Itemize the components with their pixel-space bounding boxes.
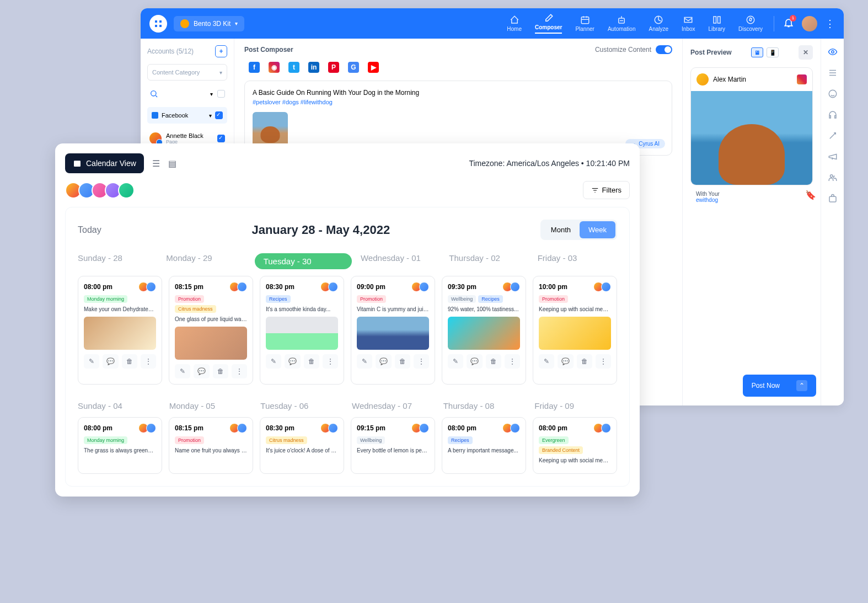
edit-icon[interactable]: ✎ — [266, 354, 281, 369]
linkedin-icon[interactable]: in — [308, 62, 319, 73]
week-button[interactable]: Week — [580, 221, 615, 238]
more-icon[interactable]: ⋮ — [323, 354, 338, 369]
more-icon[interactable]: ⋮ — [141, 354, 156, 369]
announcement-icon[interactable] — [827, 151, 838, 162]
team-avatars[interactable] — [65, 182, 135, 199]
comment-icon[interactable]: 💬 — [467, 354, 482, 369]
nav-composer[interactable]: Composer — [535, 13, 562, 34]
mobile-view-icon[interactable]: 📱 — [767, 47, 779, 57]
comment-icon[interactable]: 💬 — [376, 354, 391, 369]
delete-icon[interactable]: 🗑 — [122, 354, 137, 369]
delete-icon[interactable]: 🗑 — [486, 354, 501, 369]
nav-analyze[interactable]: Analyze — [649, 15, 668, 32]
instagram-icon[interactable]: ◉ — [269, 62, 280, 73]
notifications-button[interactable]: 1 — [783, 17, 794, 30]
day-header[interactable]: Sunday - 28 — [78, 253, 157, 269]
day-header[interactable]: Sunday - 04 — [78, 401, 160, 410]
edit-icon[interactable]: ✎ — [175, 364, 190, 378]
more-icon[interactable]: ⋮ — [232, 364, 247, 378]
user-avatar[interactable] — [802, 16, 817, 31]
day-header[interactable]: Thursday - 08 — [443, 401, 526, 410]
package-icon[interactable] — [827, 193, 838, 204]
edit-icon[interactable]: ✎ — [84, 354, 99, 369]
chevron-down-icon[interactable]: ▾ — [210, 91, 213, 97]
logo-icon[interactable] — [149, 15, 167, 33]
checkbox[interactable] — [217, 135, 225, 142]
emoji-icon[interactable] — [827, 88, 838, 99]
post-card[interactable]: 08:00 pmMonday morningThe grass is alway… — [78, 417, 162, 474]
list-icon[interactable] — [827, 67, 838, 78]
desktop-view-icon[interactable]: 🖥 — [751, 47, 763, 57]
more-menu-icon[interactable]: ⋮ — [825, 18, 835, 30]
day-header[interactable]: Monday - 05 — [169, 401, 252, 410]
post-card[interactable]: 08:30 pmCitrus madnessIt's juice o'clock… — [260, 417, 344, 474]
delete-icon[interactable]: 🗑 — [213, 364, 228, 378]
chevron-up-icon[interactable]: ⌃ — [796, 380, 807, 391]
customize-toggle[interactable] — [656, 45, 672, 54]
checkbox[interactable] — [217, 90, 225, 98]
more-icon[interactable]: ⋮ — [414, 354, 429, 369]
edit-icon[interactable]: ✎ — [539, 354, 554, 369]
headphones-icon[interactable] — [827, 109, 838, 120]
day-header[interactable]: Monday - 29 — [166, 253, 245, 269]
post-now-button[interactable]: Post Now ⌃ — [743, 375, 816, 397]
post-card[interactable]: 09:30 pmWellbeingRecipes92% water, 100% … — [442, 276, 526, 385]
checkbox[interactable] — [215, 111, 223, 119]
day-header[interactable]: Tuesday - 06 — [260, 401, 343, 410]
search-icon[interactable] — [149, 89, 158, 98]
post-card[interactable]: 08:15 pmPromotionName one fruit you alwa… — [169, 417, 253, 474]
google-icon[interactable]: G — [348, 62, 359, 73]
month-button[interactable]: Month — [542, 221, 580, 238]
post-card[interactable]: 09:15 pmWellbeingEvery bottle of lemon i… — [351, 417, 435, 474]
comment-icon[interactable]: 💬 — [103, 354, 118, 369]
calendar-view-button[interactable]: Calendar View — [65, 153, 144, 173]
today-label[interactable]: Today — [78, 225, 101, 235]
post-card[interactable]: 08:15 pmPromotionCitrus madnessOne glass… — [169, 276, 253, 385]
post-card[interactable]: 10:00 pmPromotionKeeping up with social … — [533, 276, 617, 385]
post-card[interactable]: 09:00 pmPromotionVitamin C is yummy and … — [351, 276, 435, 385]
kit-selector[interactable]: Bento 3D Kit ▾ — [174, 16, 244, 31]
magic-icon[interactable] — [827, 130, 838, 141]
delete-icon[interactable]: 🗑 — [304, 354, 319, 369]
pinterest-icon[interactable]: P — [328, 62, 339, 73]
youtube-icon[interactable]: ▶ — [368, 62, 379, 73]
bookmark-icon[interactable]: 🔖 — [805, 190, 816, 200]
more-icon[interactable]: ⋮ — [596, 354, 611, 369]
delete-icon[interactable]: 🗑 — [395, 354, 410, 369]
day-header[interactable]: Tuesday - 30 — [255, 253, 352, 269]
facebook-icon[interactable]: f — [249, 62, 260, 73]
post-card[interactable]: 08:00 pmMonday morningMake your own Dehy… — [78, 276, 162, 385]
category-select[interactable]: Content Category▾ — [147, 64, 227, 81]
users-icon[interactable] — [827, 172, 838, 183]
nav-planner[interactable]: Planner — [575, 15, 594, 32]
nav-discovery[interactable]: Discovery — [738, 15, 763, 32]
grid-view-icon[interactable]: ▤ — [167, 158, 178, 169]
post-card[interactable]: 08:30 pmRecipesIt's a smoothie kinda day… — [260, 276, 344, 385]
sidebar-item-facebook[interactable]: Facebook ▾ — [147, 107, 227, 124]
post-card[interactable]: 08:00 pmEvergreenBranded ContentKeeping … — [533, 417, 617, 474]
post-image[interactable] — [253, 112, 288, 147]
filters-button[interactable]: Filters — [583, 181, 630, 199]
add-account-button[interactable]: + — [215, 45, 227, 57]
nav-automation[interactable]: Automation — [608, 15, 636, 32]
comment-icon[interactable]: 💬 — [194, 364, 209, 378]
day-header[interactable]: Wednesday - 01 — [361, 253, 440, 269]
edit-icon[interactable]: ✎ — [448, 354, 463, 369]
day-header[interactable]: Friday - 03 — [538, 253, 617, 269]
edit-icon[interactable]: ✎ — [357, 354, 372, 369]
day-header[interactable]: Friday - 09 — [534, 401, 617, 410]
twitter-icon[interactable]: t — [288, 62, 299, 73]
comment-icon[interactable]: 💬 — [558, 354, 573, 369]
nav-inbox[interactable]: Inbox — [682, 15, 695, 32]
comment-icon[interactable]: 💬 — [285, 354, 300, 369]
more-icon[interactable]: ⋮ — [505, 354, 520, 369]
day-header[interactable]: Thursday - 02 — [449, 253, 528, 269]
close-button[interactable]: ✕ — [799, 45, 813, 60]
day-header[interactable]: Wednesday - 07 — [352, 401, 435, 410]
eye-icon[interactable] — [827, 46, 838, 57]
delete-icon[interactable]: 🗑 — [577, 354, 592, 369]
nav-home[interactable]: Home — [507, 15, 522, 32]
nav-library[interactable]: Library — [709, 15, 726, 32]
list-view-icon[interactable]: ☰ — [151, 158, 162, 169]
post-card[interactable]: 08:00 pmRecipesA berry important message… — [442, 417, 526, 474]
